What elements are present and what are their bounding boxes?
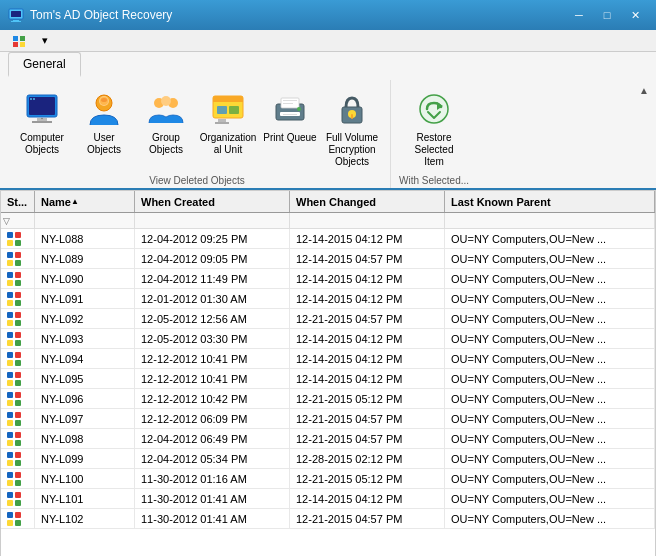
cell-parent: OU=NY Computers,OU=New ... xyxy=(445,309,655,328)
svg-rect-26 xyxy=(229,106,239,114)
cell-name: NY-L094 xyxy=(35,349,135,368)
cell-name: NY-L098 xyxy=(35,429,135,448)
col-header-parent[interactable]: Last Known Parent xyxy=(445,191,655,212)
svg-rect-14 xyxy=(33,98,35,100)
cell-changed: 12-14-2015 04:12 PM xyxy=(290,289,445,308)
table-row[interactable]: NY-L10011-30-2012 01:16 AM12-21-2015 05:… xyxy=(1,469,655,489)
svg-point-18 xyxy=(101,98,107,102)
computer-objects-button[interactable]: Computer Objects xyxy=(12,84,72,161)
cell-created: 12-12-2012 10:41 PM xyxy=(135,349,290,368)
svg-rect-9 xyxy=(29,97,55,115)
table-row[interactable]: NY-L09512-12-2012 10:41 PM12-14-2015 04:… xyxy=(1,369,655,389)
cell-name: NY-L089 xyxy=(35,249,135,268)
title-bar-left: Tom's AD Object Recovery xyxy=(8,7,172,23)
svg-rect-38 xyxy=(351,114,353,119)
svg-rect-7 xyxy=(20,42,25,47)
svg-rect-1 xyxy=(11,11,21,17)
cell-created: 11-30-2012 01:16 AM xyxy=(135,469,290,488)
cell-changed: 12-14-2015 04:12 PM xyxy=(290,269,445,288)
computer-objects-icon xyxy=(22,89,62,129)
cell-name: NY-L091 xyxy=(35,289,135,308)
cell-status xyxy=(1,489,35,508)
ribbon-group-view-deleted-items: Computer Objects xyxy=(12,80,382,173)
table-row[interactable]: NY-L09212-05-2012 12:56 AM12-21-2015 04:… xyxy=(1,309,655,329)
table-row[interactable]: NY-L09912-04-2012 05:34 PM12-28-2015 02:… xyxy=(1,449,655,469)
cell-status xyxy=(1,429,35,448)
org-unit-label: Organizational Unit xyxy=(199,132,257,156)
cell-parent: OU=NY Computers,OU=New ... xyxy=(445,249,655,268)
cell-name: NY-L102 xyxy=(35,509,135,528)
cell-created: 12-04-2012 11:49 PM xyxy=(135,269,290,288)
col-header-changed[interactable]: When Changed xyxy=(290,191,445,212)
cell-status xyxy=(1,229,35,248)
cell-name: NY-L088 xyxy=(35,229,135,248)
cell-status xyxy=(1,289,35,308)
table-header: St... Name When Created When Changed Las… xyxy=(1,191,655,213)
cell-status xyxy=(1,509,35,528)
cell-name: NY-L096 xyxy=(35,389,135,408)
cell-status xyxy=(1,329,35,348)
cell-name: NY-L100 xyxy=(35,469,135,488)
computer-objects-label: Computer Objects xyxy=(15,132,69,156)
restore-selected-icon xyxy=(414,89,454,129)
cell-parent: OU=NY Computers,OU=New ... xyxy=(445,369,655,388)
cell-changed: 12-14-2015 04:12 PM xyxy=(290,229,445,248)
restore-selected-label: Restore Selected Item xyxy=(407,132,461,168)
tab-general[interactable]: General xyxy=(8,52,81,77)
filter-row: ▽ xyxy=(1,213,655,229)
col-header-status[interactable]: St... xyxy=(1,191,35,212)
qt-dropdown-button[interactable]: ▾ xyxy=(34,32,56,50)
filter-icon: ▽ xyxy=(3,216,10,226)
app-title: Tom's AD Object Recovery xyxy=(30,8,172,22)
cell-created: 12-12-2012 06:09 PM xyxy=(135,409,290,428)
table-row[interactable]: NY-L08812-04-2012 09:25 PM12-14-2015 04:… xyxy=(1,229,655,249)
restore-selected-button[interactable]: Restore Selected Item xyxy=(404,84,464,173)
table-row[interactable]: NY-L09312-05-2012 03:30 PM12-14-2015 04:… xyxy=(1,329,655,349)
cell-parent: OU=NY Computers,OU=New ... xyxy=(445,509,655,528)
cell-created: 12-01-2012 01:30 AM xyxy=(135,289,290,308)
print-queue-label: Print Queue xyxy=(263,132,316,144)
table-row[interactable]: NY-L09612-12-2012 10:42 PM12-21-2015 05:… xyxy=(1,389,655,409)
org-unit-button[interactable]: Organizational Unit xyxy=(198,84,258,161)
ribbon-collapse-button[interactable]: ▲ xyxy=(636,82,652,98)
table-row[interactable]: NY-L09112-01-2012 01:30 AM12-14-2015 04:… xyxy=(1,289,655,309)
user-objects-button[interactable]: User Objects xyxy=(74,84,134,161)
svg-point-21 xyxy=(161,96,171,106)
cell-created: 12-04-2012 09:05 PM xyxy=(135,249,290,268)
cell-status xyxy=(1,349,35,368)
cell-parent: OU=NY Computers,OU=New ... xyxy=(445,229,655,248)
cell-status xyxy=(1,449,35,468)
print-queue-button[interactable]: Print Queue xyxy=(260,84,320,156)
cell-changed: 12-14-2015 04:12 PM xyxy=(290,349,445,368)
cell-changed: 12-21-2015 04:57 PM xyxy=(290,309,445,328)
filter-cell-name xyxy=(35,213,135,228)
app-icon xyxy=(8,7,24,23)
col-header-created[interactable]: When Created xyxy=(135,191,290,212)
cell-status xyxy=(1,409,35,428)
maximize-button[interactable]: □ xyxy=(594,6,620,24)
cell-name: NY-L097 xyxy=(35,409,135,428)
cell-created: 12-04-2012 06:49 PM xyxy=(135,429,290,448)
table-row[interactable]: NY-L08912-04-2012 09:05 PM12-14-2015 04:… xyxy=(1,249,655,269)
cell-changed: 12-14-2015 04:57 PM xyxy=(290,249,445,268)
table-row[interactable]: NY-L09012-04-2012 11:49 PM12-14-2015 04:… xyxy=(1,269,655,289)
main-content: St... Name When Created When Changed Las… xyxy=(0,190,656,556)
cell-changed: 12-21-2015 04:57 PM xyxy=(290,429,445,448)
close-button[interactable]: ✕ xyxy=(622,6,648,24)
table-row[interactable]: NY-L10211-30-2012 01:41 AM12-21-2015 04:… xyxy=(1,509,655,529)
fve-objects-button[interactable]: Full Volume Encryption Objects xyxy=(322,84,382,173)
group-objects-button[interactable]: Group Objects xyxy=(136,84,196,161)
cell-created: 12-12-2012 10:41 PM xyxy=(135,369,290,388)
svg-rect-4 xyxy=(13,36,18,41)
qt-menu-button[interactable] xyxy=(8,32,30,50)
table-row[interactable]: NY-L09412-12-2012 10:41 PM12-14-2015 04:… xyxy=(1,349,655,369)
table-row[interactable]: NY-L10111-30-2012 01:41 AM12-14-2015 04:… xyxy=(1,489,655,509)
cell-created: 12-05-2012 03:30 PM xyxy=(135,329,290,348)
table-row[interactable]: NY-L09812-04-2012 06:49 PM12-21-2015 04:… xyxy=(1,429,655,449)
quick-access-toolbar: ▾ xyxy=(0,30,656,52)
data-table: St... Name When Created When Changed Las… xyxy=(0,190,656,556)
table-row[interactable]: NY-L09712-12-2012 06:09 PM12-21-2015 04:… xyxy=(1,409,655,429)
minimize-button[interactable]: ─ xyxy=(566,6,592,24)
col-header-name[interactable]: Name xyxy=(35,191,135,212)
filter-cell-parent xyxy=(445,213,655,228)
